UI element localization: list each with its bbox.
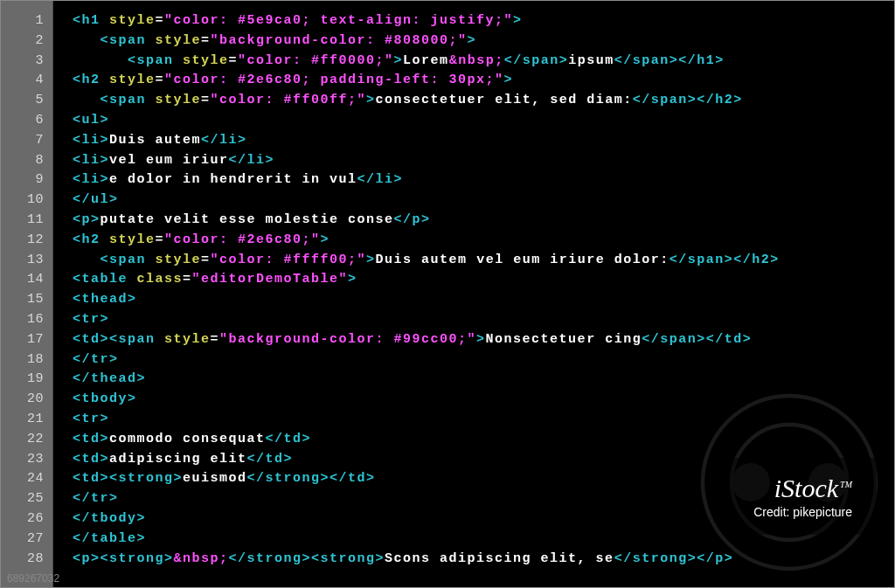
watermark-credit: Credit: pikepicture <box>753 505 852 519</box>
code-token: > <box>394 53 404 68</box>
code-token: </p> <box>394 212 431 227</box>
code-token: = <box>156 73 165 87</box>
line-number: 23 <box>1 450 52 470</box>
code-token: <span <box>101 252 156 267</box>
code-line[interactable]: <h1 style="color: #5e9ca0; text-align: j… <box>73 11 894 31</box>
code-line[interactable]: <table class="editorDemoTable"> <box>73 270 894 290</box>
code-line[interactable]: <td><span style="background-color: #99cc… <box>73 330 894 350</box>
code-token: consectetuer elit, sed diam: <box>376 93 633 107</box>
line-number: 5 <box>1 91 52 111</box>
line-number: 8 <box>1 151 52 171</box>
code-token: = <box>201 93 211 107</box>
code-token: euismod <box>183 471 247 486</box>
code-token: Duis autem <box>109 133 201 148</box>
code-token: = <box>183 272 192 287</box>
code-token: </td> <box>247 452 294 467</box>
code-line[interactable]: <li>Duis autem</li> <box>73 131 894 151</box>
line-number: 21 <box>1 410 52 430</box>
code-token: <span <box>101 33 156 48</box>
code-token: "color: #ff00ff;" <box>211 93 367 107</box>
line-number: 10 <box>1 190 52 211</box>
code-line[interactable]: <h2 style="color: #2e6c80; padding-left:… <box>73 71 894 91</box>
code-token: <thead> <box>73 292 137 307</box>
code-token: </li> <box>229 153 275 168</box>
code-token: </strong></td> <box>247 471 376 486</box>
code-token: style <box>156 33 202 48</box>
code-token: class <box>137 272 184 287</box>
code-token: "color: #2e6c80; padding-left: 30px;" <box>164 73 504 87</box>
code-token: = <box>211 332 220 347</box>
code-token: > <box>513 13 523 28</box>
code-token: <span <box>128 53 183 68</box>
code-token: ipsum <box>568 53 614 68</box>
code-line[interactable]: <span style="color: #ffff00;">Duis autem… <box>73 251 894 271</box>
code-token: </strong><strong> <box>229 551 385 566</box>
code-token: style <box>164 332 211 347</box>
code-token: </ul> <box>73 192 119 207</box>
code-content-area[interactable]: <h1 style="color: #5e9ca0; text-align: j… <box>53 1 894 587</box>
line-number: 9 <box>1 170 52 190</box>
line-number: 18 <box>1 350 52 370</box>
code-line[interactable]: <p><strong>&nbsp;</strong><strong>Scons … <box>73 550 894 570</box>
code-line[interactable]: <tr> <box>73 310 894 330</box>
line-number: 13 <box>1 251 52 271</box>
watermark-overlay: iStockTM Credit: pikepicture <box>729 458 877 535</box>
code-token: <td><strong> <box>73 471 183 486</box>
watermark-id: 689267032 <box>7 572 59 585</box>
code-line[interactable]: <h2 style="color: #2e6c80;"> <box>73 231 894 251</box>
code-token: > <box>321 232 330 247</box>
line-number: 25 <box>1 489 52 509</box>
code-token: </tr> <box>73 491 119 506</box>
code-token: </li> <box>201 133 247 148</box>
code-line[interactable]: <tbody> <box>73 390 894 410</box>
code-token: </span></h1> <box>614 53 725 68</box>
code-token: "color: #ff0000;" <box>238 53 394 68</box>
code-token: adipiscing elit <box>109 452 247 467</box>
code-token: > <box>504 73 514 87</box>
code-token: vel eum iriur <box>109 153 229 168</box>
code-token: <td><span <box>73 332 164 347</box>
code-line[interactable]: <td>commodo consequat</td> <box>73 430 894 450</box>
code-token: = <box>201 252 211 267</box>
code-token: style <box>109 232 156 247</box>
watermark-logo: iStockTM <box>753 474 852 503</box>
code-token: Nonsectetuer cing <box>486 332 642 347</box>
code-token: <h2 <box>73 232 109 247</box>
code-token: </span> <box>504 53 569 68</box>
line-number: 12 <box>1 231 52 251</box>
code-token: "color: #ffff00;" <box>211 252 367 267</box>
code-line[interactable]: <span style="color: #ff00ff;">consectetu… <box>73 91 894 111</box>
line-number: 28 <box>1 550 52 570</box>
code-line[interactable]: <span style="color: #ff0000;">Lorem&nbsp… <box>73 52 894 72</box>
code-line[interactable]: <tr> <box>73 410 894 430</box>
code-token: <td> <box>73 452 109 467</box>
code-token: </li> <box>357 172 404 187</box>
code-line[interactable]: </thead> <box>73 370 894 390</box>
code-token: </span></h2> <box>670 252 780 267</box>
line-number: 1 <box>1 11 52 31</box>
code-token: </tr> <box>73 352 119 367</box>
code-token: <h1 <box>73 13 109 28</box>
code-token: > <box>468 33 477 48</box>
code-line[interactable]: <span style="background-color: #808000;"… <box>73 31 894 52</box>
code-line[interactable]: <thead> <box>73 290 894 310</box>
code-token: = <box>156 13 165 28</box>
code-token: <span <box>101 93 156 107</box>
code-line[interactable]: <ul> <box>73 111 894 131</box>
code-line[interactable]: </ul> <box>73 190 894 211</box>
code-line[interactable]: <li>e dolor in hendrerit in vul</li> <box>73 170 894 190</box>
code-token: </table> <box>73 531 146 546</box>
code-token: <tr> <box>73 412 109 426</box>
code-line[interactable]: <li>vel eum iriur</li> <box>73 151 894 171</box>
code-token: </span></td> <box>642 332 752 347</box>
code-token: <h2 <box>73 73 109 87</box>
code-token: </tbody> <box>73 511 146 526</box>
code-line[interactable]: <p>putate velit esse molestie conse</p> <box>73 211 894 231</box>
line-number: 14 <box>1 270 52 290</box>
code-token: <p><strong> <box>73 551 174 566</box>
code-token: > <box>366 93 376 107</box>
code-token: style <box>109 13 156 28</box>
code-token: &nbsp; <box>449 53 504 68</box>
code-token: putate velit esse molestie conse <box>101 212 394 227</box>
code-line[interactable]: </tr> <box>73 350 894 370</box>
